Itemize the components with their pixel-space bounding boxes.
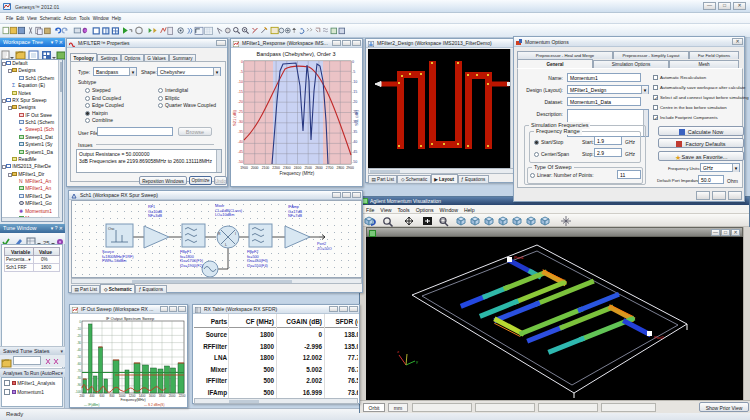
svg-text:z: z — [397, 349, 399, 354]
svg-text:-90: -90 — [77, 383, 82, 387]
svg-text:-10: -10 — [77, 327, 82, 331]
svg-text:0: 0 — [79, 320, 81, 324]
svg-text:f2o=1900(F2): f2o=1900(F2) — [180, 264, 204, 268]
svg-text:0: 0 — [241, 60, 243, 64]
svg-text:-80: -80 — [77, 376, 82, 380]
svg-text:LO=10dBm: LO=10dBm — [215, 213, 234, 217]
svg-text:-10: -10 — [352, 80, 357, 84]
svg-text:-40: -40 — [238, 140, 243, 144]
svg-text:-50: -50 — [77, 355, 82, 359]
svg-text:1800: 1800 — [159, 394, 166, 398]
svg-text:G=10dB: G=10dB — [148, 210, 163, 214]
svg-text:f1o=450(F3): f1o=450(F3) — [247, 259, 269, 263]
svg-text:f=1800MHz(F1RF): f=1800MHz(F1RF) — [102, 255, 134, 259]
svg-text:Source: Source — [102, 250, 114, 254]
svg-text:1600: 1600 — [149, 394, 156, 398]
svg-text:-45: -45 — [352, 150, 357, 154]
svg-text:-40: -40 — [352, 140, 357, 144]
svg-text:2100: 2100 — [262, 166, 270, 170]
svg-text:Frequency (MHz): Frequency (MHz) — [280, 171, 315, 176]
svg-text:-5: -5 — [240, 70, 243, 74]
svg-text:-35: -35 — [352, 130, 357, 134]
svg-text:IFAmp: IFAmp — [288, 205, 299, 209]
svg-text:2200: 2200 — [179, 394, 186, 398]
svg-text:2200: 2200 — [272, 166, 280, 170]
svg-text:NF=3dB: NF=3dB — [148, 214, 163, 218]
svg-text:Osc: Osc — [108, 227, 115, 231]
svg-text:-70: -70 — [77, 369, 82, 373]
svg-text:0: 0 — [352, 60, 354, 64]
svg-text:CL=6dB(CLoss): CL=6dB(CLoss) — [215, 209, 243, 213]
svg-text:600: 600 — [99, 394, 104, 398]
svg-text:PWR=-50dBm: PWR=-50dBm — [102, 259, 126, 263]
svg-text:2000: 2000 — [251, 166, 259, 170]
svg-text:200: 200 — [79, 394, 84, 398]
svg-text:-20: -20 — [77, 334, 82, 338]
svg-text:-45: -45 — [238, 150, 243, 154]
svg-text:-25: -25 — [238, 110, 243, 114]
svg-text:-15: -15 — [238, 90, 243, 94]
svg-text:Mixer: Mixer — [215, 204, 225, 208]
svg-text:-30: -30 — [77, 341, 82, 345]
svg-text:-35: -35 — [238, 130, 243, 134]
svg-text:-40: -40 — [77, 348, 82, 352]
svg-text:2800: 2800 — [337, 166, 345, 170]
svg-text:I: I — [235, 232, 236, 236]
svg-text:fo=1800: fo=1800 — [180, 255, 194, 259]
svg-text:ZO=50O: ZO=50O — [317, 247, 332, 251]
svg-text:NF=7dB: NF=7dB — [288, 214, 303, 218]
svg-text:S11 (dB): S11 (dB) — [354, 110, 359, 126]
svg-text:2000: 2000 — [169, 394, 176, 398]
svg-text:L: L — [225, 243, 227, 247]
svg-text:800: 800 — [109, 394, 114, 398]
svg-text:FBpF1: FBpF1 — [180, 250, 191, 254]
svg-text:f1o=1700(F1): f1o=1700(F1) — [180, 259, 204, 263]
svg-text:400: 400 — [89, 394, 94, 398]
svg-text:— IF(dBm): — IF(dBm) — [84, 403, 100, 407]
svg-text:Frequency(MHz): Frequency(MHz) — [120, 398, 145, 402]
svg-text:-15: -15 — [352, 90, 357, 94]
svg-text:2700: 2700 — [326, 166, 334, 170]
svg-text:— S 2 dBm(S): — S 2 dBm(S) — [144, 403, 165, 407]
svg-text:-50: -50 — [352, 160, 357, 164]
svg-text:G=17dB: G=17dB — [288, 210, 303, 214]
svg-text:2400: 2400 — [294, 166, 302, 170]
svg-text:2300: 2300 — [283, 166, 291, 170]
svg-text:S21 (dB): S21 (dB) — [232, 109, 237, 125]
svg-text:y: y — [416, 359, 418, 364]
svg-text:2500: 2500 — [304, 166, 312, 170]
svg-text:-30: -30 — [238, 120, 243, 124]
svg-text:Port1: Port1 — [514, 255, 524, 260]
svg-text:Port2: Port2 — [654, 335, 664, 340]
svg-text:RF1: RF1 — [148, 205, 155, 209]
svg-text:-60: -60 — [77, 362, 82, 366]
svg-text:2900: 2900 — [346, 166, 354, 170]
svg-text:FBpF2: FBpF2 — [247, 250, 258, 254]
svg-text:-50: -50 — [238, 160, 243, 164]
svg-text:Port2: Port2 — [317, 242, 326, 246]
svg-text:-20: -20 — [238, 100, 243, 104]
svg-text:Bandpass (Chebyshev), Order 3: Bandpass (Chebyshev), Order 3 — [257, 51, 336, 57]
svg-text:2600: 2600 — [315, 166, 323, 170]
svg-text:-20: -20 — [352, 100, 357, 104]
svg-text:fo=500: fo=500 — [247, 255, 259, 259]
svg-text:1900: 1900 — [240, 166, 248, 170]
svg-text:-10: -10 — [238, 80, 243, 84]
svg-text:IF Output Spectrum Sweep: IF Output Spectrum Sweep — [106, 316, 155, 321]
svg-text:-5: -5 — [352, 70, 355, 74]
svg-text:f2o=550(F4): f2o=550(F4) — [247, 264, 269, 268]
